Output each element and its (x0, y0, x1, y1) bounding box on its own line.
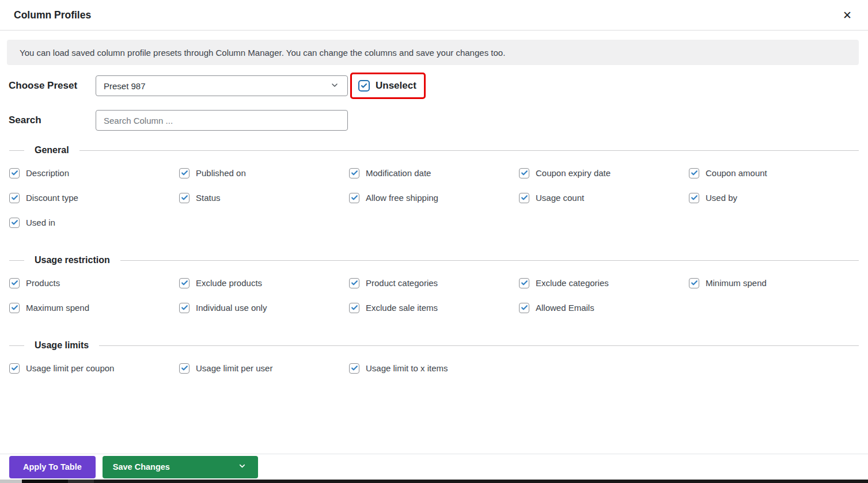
checkbox-icon[interactable] (179, 363, 189, 374)
checkbox-icon[interactable] (349, 278, 359, 288)
checkbox-grid: DescriptionPublished onModification date… (9, 167, 859, 229)
section-title: Usage restriction (35, 255, 110, 265)
column-checkbox-usage-count[interactable]: Usage count (519, 192, 689, 204)
section-dash (9, 150, 24, 151)
checkbox-icon[interactable] (349, 303, 359, 313)
column-checkbox-exclude-products[interactable]: Exclude products (179, 277, 349, 289)
checkbox-label: Individual use only (196, 303, 267, 313)
preset-selected-value: Preset 987 (104, 81, 146, 91)
checkbox-icon[interactable] (179, 303, 189, 313)
section-usage-limits: Usage limitsUsage limit per couponUsage … (9, 340, 859, 374)
info-banner: You can load saved column profile preset… (7, 40, 859, 65)
checkbox-label: Exclude categories (536, 278, 609, 288)
checkbox-icon[interactable] (689, 168, 699, 178)
close-icon[interactable]: ✕ (843, 10, 852, 21)
column-checkbox-description[interactable]: Description (9, 167, 179, 179)
checkbox-icon[interactable] (9, 303, 20, 313)
checkbox-label: Discount type (26, 193, 78, 203)
checkbox-label: Status (196, 193, 221, 203)
checkbox-label: Product categories (366, 278, 438, 288)
checkbox-label: Coupon amount (706, 168, 767, 178)
unselect-label[interactable]: Unselect (376, 80, 416, 92)
column-checkbox-maximum-spend[interactable]: Maximum spend (9, 302, 179, 314)
checkbox-icon[interactable] (9, 193, 20, 203)
column-checkbox-discount-type[interactable]: Discount type (9, 192, 179, 204)
checkbox-icon[interactable] (689, 278, 699, 288)
checkbox-icon[interactable] (9, 363, 20, 374)
search-label: Search (9, 115, 96, 126)
checkbox-icon[interactable] (9, 218, 20, 228)
checkbox-icon[interactable] (519, 168, 529, 178)
section-title: General (35, 145, 69, 155)
checkbox-label: Usage count (536, 193, 584, 203)
section-rule (120, 260, 859, 261)
column-checkbox-used-in[interactable]: Used in (9, 216, 179, 229)
modal-header: Column Profiles ✕ (0, 0, 868, 31)
checkbox-icon[interactable] (519, 303, 529, 313)
checkbox-label: Products (26, 278, 60, 288)
checkbox-label: Used in (26, 218, 55, 227)
modal-footer: Apply To Table Save Changes (0, 454, 868, 480)
page-title: Column Profiles (14, 9, 91, 21)
checkbox-icon[interactable] (9, 168, 20, 178)
checkbox-label: Allowed Emails (536, 303, 594, 313)
column-checkbox-exclude-categories[interactable]: Exclude categories (519, 277, 689, 289)
checkbox-icon[interactable] (519, 193, 529, 203)
checkbox-icon[interactable] (179, 168, 189, 178)
checkbox-icon[interactable] (349, 363, 359, 374)
chevron-down-icon (330, 81, 339, 92)
column-checkbox-usage-limit-to-x-items[interactable]: Usage limit to x items (349, 362, 519, 374)
save-changes-button[interactable]: Save Changes (103, 456, 258, 478)
checkbox-icon[interactable] (349, 193, 359, 203)
checkbox-grid: ProductsExclude productsProduct categori… (9, 277, 859, 314)
column-checkbox-status[interactable]: Status (179, 192, 349, 204)
column-checkbox-allowed-emails[interactable]: Allowed Emails (519, 302, 689, 314)
section-dash (9, 345, 24, 346)
column-checkbox-coupon-expiry-date[interactable]: Coupon expiry date (519, 167, 689, 179)
column-checkbox-minimum-spend[interactable]: Minimum spend (689, 277, 859, 289)
chevron-down-icon[interactable] (238, 462, 247, 472)
search-input[interactable] (96, 110, 348, 131)
apply-to-table-label: Apply To Table (23, 462, 82, 471)
unselect-highlight-box: Unselect (350, 73, 426, 99)
column-checkbox-published-on[interactable]: Published on (179, 167, 349, 179)
column-checkbox-modification-date[interactable]: Modification date (349, 167, 519, 179)
column-checkbox-usage-limit-per-coupon[interactable]: Usage limit per coupon (9, 362, 179, 374)
checkbox-icon[interactable] (349, 168, 359, 178)
preset-select[interactable]: Preset 987 (96, 75, 348, 96)
section-header: Usage limits (9, 340, 859, 351)
checkbox-icon[interactable] (179, 193, 189, 203)
controls: Choose Preset Preset 987 Unselect Search (0, 73, 868, 131)
checkbox-icon[interactable] (519, 278, 529, 288)
column-checkbox-product-categories[interactable]: Product categories (349, 277, 519, 289)
search-row: Search (9, 110, 859, 131)
column-checkbox-used-by[interactable]: Used by (689, 192, 859, 204)
column-checkbox-allow-free-shipping[interactable]: Allow free shipping (349, 192, 519, 204)
column-checkbox-usage-limit-per-user[interactable]: Usage limit per user (179, 362, 349, 374)
section-header: General (9, 144, 859, 156)
info-banner-text: You can load saved column profile preset… (20, 48, 505, 58)
section-title: Usage limits (35, 340, 89, 351)
checkbox-label: Modification date (366, 168, 431, 178)
column-checkbox-products[interactable]: Products (9, 277, 179, 289)
checkbox-label: Description (26, 168, 69, 178)
column-checkbox-exclude-sale-items[interactable]: Exclude sale items (349, 302, 519, 314)
checkbox-label: Exclude products (196, 278, 262, 288)
checkbox-icon[interactable] (179, 278, 189, 288)
sections: GeneralDescriptionPublished onModificati… (0, 144, 868, 374)
checkbox-label: Usage limit to x items (366, 363, 448, 373)
apply-to-table-button[interactable]: Apply To Table (9, 456, 96, 478)
checkbox-label: Maximum spend (26, 303, 89, 313)
checkbox-icon[interactable] (9, 278, 20, 288)
column-checkbox-coupon-amount[interactable]: Coupon amount (689, 167, 859, 179)
checkbox-label: Minimum spend (706, 278, 767, 288)
section-rule (99, 345, 859, 346)
checkbox-label: Usage limit per coupon (26, 363, 114, 373)
checkbox-grid: Usage limit per couponUsage limit per us… (9, 362, 859, 374)
unselect-checkbox[interactable] (358, 80, 370, 92)
checkbox-label: Coupon expiry date (536, 168, 611, 178)
checkbox-label: Allow free shipping (366, 193, 438, 203)
column-checkbox-individual-use-only[interactable]: Individual use only (179, 302, 349, 314)
choose-preset-label: Choose Preset (9, 80, 96, 92)
checkbox-icon[interactable] (689, 193, 699, 203)
